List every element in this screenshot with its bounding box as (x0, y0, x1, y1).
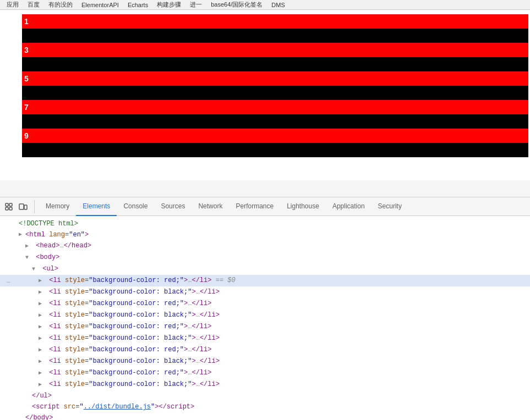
devtools-icons (2, 200, 35, 213)
head-triangle[interactable]: ▶ (25, 241, 32, 251)
list-item-number: 7 (22, 103, 29, 112)
ul-close-line: </ul> (0, 390, 530, 401)
browser-tab: ElementorAPI (78, 2, 122, 8)
ul-open-line: ▼ <ul> (0, 263, 530, 275)
tab-console[interactable]: Console (117, 197, 154, 216)
tab-lighthouse[interactable]: Lighthouse (280, 197, 326, 216)
browser-tab: 构建步骤 (154, 1, 184, 9)
script-src-link[interactable]: ../dist/bundle.js (84, 403, 151, 411)
ul-triangle[interactable]: ▼ (32, 264, 39, 274)
list-container: 1 3 5 7 9 (11, 14, 530, 157)
browser-tab: DMS (268, 2, 288, 8)
svg-rect-3 (9, 207, 12, 210)
browser-tab: 进一 (187, 1, 205, 9)
li-red-3-line: ▶ <li style="background-color: red;">…</… (0, 321, 530, 333)
li-black-5-line: ▶ <li style="background-color: black;">…… (0, 379, 530, 390)
cursor-icon-button[interactable] (2, 200, 15, 213)
svg-rect-5 (24, 205, 27, 209)
li-red-4-line: ▶ <li style="background-color: red;">…</… (0, 344, 530, 356)
list-item-number: 3 (22, 46, 29, 54)
devtools-gap (0, 180, 530, 197)
li-selected-line[interactable]: … ▶ <li style="background-color: red;">…… (0, 275, 530, 286)
device-toggle-button[interactable] (17, 200, 30, 213)
tab-performance[interactable]: Performance (229, 197, 280, 216)
list-item-10 (22, 143, 528, 157)
tab-elements[interactable]: Elements (76, 197, 117, 216)
list-item-number: 5 (22, 74, 29, 83)
list-item-7: 7 (22, 100, 528, 114)
tab-application[interactable]: Application (326, 197, 371, 216)
devtools-toolbar: Memory Elements Console Sources Network … (0, 197, 530, 216)
body-open-line: ▼ <body> (0, 252, 530, 263)
svg-rect-2 (9, 203, 12, 206)
tab-security[interactable]: Security (371, 197, 408, 216)
list-item-number: 1 (22, 17, 29, 26)
svg-rect-1 (6, 207, 8, 210)
li-red-2-line: ▶ <li style="background-color: red;">…</… (0, 298, 530, 310)
browser-tab: Echarts (124, 2, 151, 8)
head-line: ▶ <head>…</head> (0, 240, 530, 252)
list-item-number: 9 (22, 131, 29, 140)
list-item-6 (22, 86, 528, 100)
browser-bar: 应用 百度 有的没的 ElementorAPI Echarts 构建步骤 进一 … (0, 0, 530, 10)
doctype-text: <!DOCTYPE html> (19, 219, 78, 229)
li-red-5-line: ▶ <li style="background-color: red;">…</… (0, 367, 530, 379)
list-item-1: 1 (22, 14, 528, 29)
li-selected-triangle[interactable]: ▶ (39, 276, 45, 286)
list-item-8 (22, 114, 528, 129)
html-doctype-line: <!DOCTYPE html> (0, 218, 530, 229)
list-item-9: 9 (22, 129, 528, 143)
script-line: <script src="../dist/bundle.js"></script… (0, 401, 530, 412)
tab-memory[interactable]: Memory (39, 197, 76, 216)
body-triangle[interactable]: ▼ (25, 253, 32, 263)
html-open-line: ▶ <html lang="en"> (0, 229, 530, 240)
browser-tab: 百度 (24, 1, 43, 9)
html-tag: <html lang="en"> (25, 230, 89, 240)
svg-rect-0 (6, 203, 8, 206)
page-content: 1 3 5 7 9 (0, 10, 530, 180)
list-item-2 (22, 29, 528, 43)
list-item-3: 3 (22, 43, 528, 57)
devtools-panel: Memory Elements Console Sources Network … (0, 197, 530, 420)
html-triangle[interactable]: ▶ (19, 230, 25, 240)
list-item-4 (22, 57, 528, 71)
list-item-5: 5 (22, 71, 528, 86)
tab-network[interactable]: Network (192, 197, 229, 216)
body-close-line: </body> (0, 412, 530, 420)
li-black-2-line: ▶ <li style="background-color: black;">…… (0, 310, 530, 321)
svg-rect-4 (19, 204, 24, 209)
li-black-4-line: ▶ <li style="background-color: black;">…… (0, 356, 530, 367)
browser-tab: 应用 (3, 1, 22, 9)
browser-tab: base64/国际化签名 (207, 1, 266, 9)
devtools-tabs: Memory Elements Console Sources Network … (39, 197, 408, 216)
li-black-1-line: ▶ <li style="background-color: black;">…… (0, 286, 530, 298)
tab-sources[interactable]: Sources (154, 197, 192, 216)
browser-tab: 有的没的 (45, 1, 76, 9)
li-black-3-line: ▶ <li style="background-color: black;">…… (0, 333, 530, 344)
devtools-elements-content: <!DOCTYPE html> ▶ <html lang="en"> ▶ <he… (0, 216, 530, 420)
